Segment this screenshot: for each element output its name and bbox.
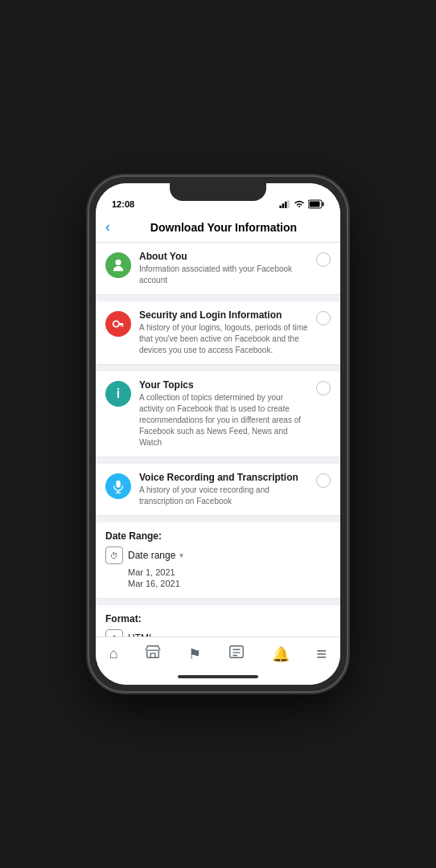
format-label: Format: bbox=[105, 613, 331, 624]
svg-rect-3 bbox=[287, 200, 290, 208]
topics-desc: A collection of topics determined by you… bbox=[139, 392, 308, 448]
section-gap-3 bbox=[96, 457, 340, 464]
key-icon bbox=[111, 317, 125, 331]
about-you-content: About You Information associated with yo… bbox=[139, 251, 308, 286]
security-desc: A history of your logins, logouts, perio… bbox=[139, 322, 308, 356]
format-section: Format: ⬇ HTML ▼ bbox=[96, 605, 340, 637]
svg-rect-9 bbox=[118, 323, 123, 325]
svg-rect-12 bbox=[116, 481, 120, 488]
list-item[interactable]: i Your Topics A collection of topics det… bbox=[96, 371, 340, 457]
menu-icon: ≡ bbox=[316, 645, 327, 663]
battery-icon bbox=[308, 199, 324, 209]
news-svg bbox=[228, 644, 245, 660]
date-range-text: Date range bbox=[128, 550, 175, 561]
list-item[interactable]: About You Information associated with yo… bbox=[96, 243, 340, 295]
date-from: Mar 1, 2021 bbox=[128, 567, 331, 577]
svg-rect-5 bbox=[323, 203, 324, 207]
voice-title: Voice Recording and Transcription bbox=[139, 472, 308, 483]
page-header: ‹ Download Your Information bbox=[96, 212, 340, 243]
notch bbox=[170, 183, 266, 201]
microphone-icon bbox=[111, 479, 125, 493]
date-range-dropdown-arrow: ▼ bbox=[178, 552, 184, 559]
topics-content: Your Topics A collection of topics deter… bbox=[139, 379, 308, 448]
voice-desc: A history of your voice recording and tr… bbox=[139, 485, 308, 507]
content-area: About You Information associated with yo… bbox=[96, 243, 340, 637]
svg-rect-1 bbox=[282, 203, 285, 208]
list-item[interactable]: Voice Recording and Transcription A hist… bbox=[96, 464, 340, 516]
topics-title: Your Topics bbox=[139, 379, 308, 391]
phone-frame: 12:08 bbox=[89, 177, 347, 691]
status-time: 12:08 bbox=[112, 199, 134, 209]
section-gap-2 bbox=[96, 365, 340, 371]
date-range-value[interactable]: Date range ▼ bbox=[128, 550, 184, 561]
voice-radio[interactable] bbox=[316, 473, 331, 488]
svg-point-8 bbox=[113, 321, 119, 326]
date-range-label: Date Range: bbox=[105, 530, 331, 542]
signal-icon bbox=[279, 200, 290, 208]
security-icon bbox=[105, 311, 131, 337]
svg-rect-0 bbox=[279, 206, 282, 208]
download-icon: ⬇ bbox=[105, 629, 123, 637]
about-you-radio[interactable] bbox=[316, 252, 331, 267]
flag-icon: ⚑ bbox=[188, 645, 201, 663]
nav-flag[interactable]: ⚑ bbox=[182, 644, 208, 665]
page-title: Download Your Information bbox=[117, 221, 331, 234]
topics-radio[interactable] bbox=[316, 381, 331, 395]
topics-icon: i bbox=[105, 381, 131, 407]
home-bar bbox=[178, 675, 258, 678]
svg-rect-6 bbox=[310, 202, 320, 207]
person-icon bbox=[111, 258, 125, 272]
svg-point-7 bbox=[115, 260, 121, 265]
news-icon bbox=[228, 644, 245, 664]
about-you-title: About You bbox=[139, 251, 308, 262]
security-title: Security and Login Information bbox=[139, 309, 308, 321]
bell-icon: 🔔 bbox=[272, 645, 290, 663]
home-icon: ⌂ bbox=[109, 645, 118, 662]
voice-icon bbox=[105, 473, 131, 499]
nav-bell[interactable]: 🔔 bbox=[265, 644, 296, 665]
status-icons bbox=[279, 199, 324, 209]
section-gap-4 bbox=[96, 516, 340, 522]
date-to: Mar 16, 2021 bbox=[128, 579, 331, 588]
clock-icon: ⏱ bbox=[105, 547, 123, 564]
store-svg bbox=[145, 644, 161, 660]
svg-rect-10 bbox=[122, 325, 124, 327]
section-gap-1 bbox=[96, 295, 340, 301]
wifi-icon bbox=[293, 199, 306, 209]
date-range-section: Date Range: ⏱ Date range ▼ Mar 1, 2021 M… bbox=[96, 522, 340, 599]
security-radio[interactable] bbox=[316, 311, 331, 326]
nav-home[interactable]: ⌂ bbox=[103, 644, 125, 664]
phone-screen: 12:08 bbox=[96, 183, 340, 685]
nav-menu[interactable]: ≡ bbox=[310, 644, 333, 665]
date-range-row[interactable]: ⏱ Date range ▼ bbox=[105, 547, 331, 564]
list-item[interactable]: Security and Login Information A history… bbox=[96, 301, 340, 365]
store-icon bbox=[145, 644, 161, 664]
svg-rect-11 bbox=[120, 325, 121, 326]
svg-rect-2 bbox=[285, 202, 287, 208]
svg-rect-15 bbox=[147, 650, 159, 657]
nav-store[interactable] bbox=[138, 642, 167, 665]
section-gap-5 bbox=[96, 599, 340, 605]
back-button[interactable]: ‹ bbox=[105, 219, 110, 235]
about-you-icon bbox=[105, 252, 131, 278]
security-content: Security and Login Information A history… bbox=[139, 309, 308, 356]
format-row[interactable]: ⬇ HTML ▼ bbox=[105, 629, 331, 637]
home-indicator bbox=[96, 669, 340, 685]
nav-news[interactable] bbox=[222, 642, 251, 665]
bottom-nav: ⌂ ⚑ bbox=[96, 637, 340, 669]
voice-content: Voice Recording and Transcription A hist… bbox=[139, 472, 308, 507]
about-you-desc: Information associated with your Faceboo… bbox=[139, 264, 308, 286]
